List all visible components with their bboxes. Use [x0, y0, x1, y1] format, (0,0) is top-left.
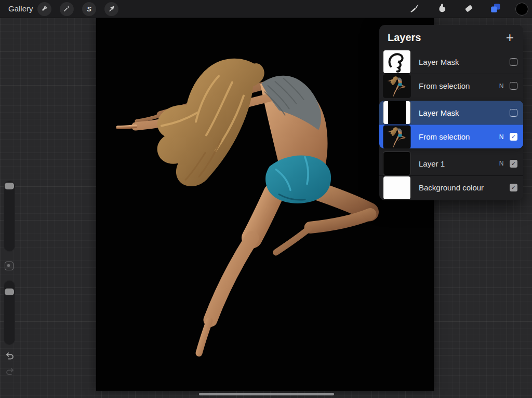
layer-row-layer-mask-top[interactable]: Layer Mask — [379, 50, 523, 74]
eraser-tool-button[interactable] — [462, 3, 475, 15]
mask-black-region — [388, 101, 406, 124]
color-swatch — [515, 3, 528, 16]
brush-size-slider-handle[interactable] — [5, 183, 14, 189]
smudge-finger-icon — [436, 3, 447, 15]
smudge-tool-button[interactable] — [435, 3, 448, 15]
color-swatch-button[interactable] — [515, 2, 529, 16]
home-indicator[interactable] — [199, 393, 334, 395]
layers-panel-title: Layers — [388, 32, 421, 44]
layer-visibility-checkbox[interactable]: ✓ — [510, 160, 517, 168]
blend-mode-badge[interactable]: N — [496, 83, 507, 90]
brush-tool-button[interactable] — [408, 3, 420, 15]
layers-panel: Layers + Layer Mask — [379, 25, 523, 200]
layer-name: From selection — [419, 132, 496, 141]
redo-arrow-icon — [4, 372, 16, 379]
layers-panel-header: Layers + — [379, 25, 523, 50]
layer-name: Layer Mask — [419, 58, 496, 66]
layer-name: Layer Mask — [419, 108, 496, 117]
check-icon: ✓ — [511, 185, 516, 190]
layer-visibility-checkbox[interactable]: ✓ — [510, 133, 517, 141]
adjustments-button[interactable] — [60, 2, 74, 16]
layer-row-layer-mask-selected[interactable]: Layer Mask — [379, 101, 523, 125]
layers-icon — [490, 3, 501, 15]
layer-name: From selection — [419, 81, 496, 90]
actions-button[interactable] — [37, 2, 51, 16]
layer-name: Background colour — [419, 183, 496, 192]
redo-button[interactable] — [4, 366, 16, 378]
layer-thumbnail-scribble-mask — [383, 50, 410, 73]
layer-thumbnail-dancer — [383, 75, 410, 98]
layer-name: Layer 1 — [419, 159, 496, 168]
undo-arrow-icon — [4, 356, 16, 364]
layer-row-layer-1[interactable]: Layer 1 N ✓ — [379, 152, 523, 175]
layer-visibility-checkbox[interactable] — [510, 82, 517, 90]
layer-thumbnail-black — [383, 152, 410, 175]
brush-icon — [409, 3, 420, 15]
blend-mode-badge[interactable]: N — [496, 160, 507, 167]
selection-s-icon: S — [87, 6, 91, 12]
selected-layer-group: Layer Mask From selection N ✓ — [379, 101, 523, 148]
procreate-window: Gallery S — [0, 0, 532, 398]
selection-button[interactable]: S — [82, 2, 96, 16]
modify-button[interactable] — [5, 262, 14, 270]
eraser-icon — [463, 3, 474, 15]
transform-arrow-icon — [108, 5, 115, 14]
check-icon: ✓ — [511, 161, 516, 167]
layer-thumbnail-mask-bars — [383, 101, 410, 124]
layer-visibility-checkbox[interactable]: ✓ — [510, 184, 517, 191]
gallery-button[interactable]: Gallery — [8, 4, 33, 13]
check-icon: ✓ — [511, 134, 516, 140]
layer-row-from-selection-selected[interactable]: From selection N ✓ — [379, 125, 523, 148]
add-layer-button[interactable]: + — [504, 32, 516, 43]
layers-button[interactable] — [489, 3, 501, 15]
top-toolbar: Gallery S — [0, 0, 532, 18]
brush-size-slider[interactable] — [4, 181, 15, 252]
workspace: Layers + Layer Mask — [0, 18, 532, 398]
layer-list: Layer Mask From selection N — [379, 50, 523, 199]
layer-row-from-selection-top[interactable]: From selection N — [379, 74, 523, 98]
layer-thumbnail-dancer — [383, 126, 410, 148]
opacity-slider-handle[interactable] — [5, 289, 14, 295]
undo-button[interactable] — [4, 351, 16, 362]
magic-wand-icon — [63, 5, 71, 14]
transform-button[interactable] — [104, 2, 118, 16]
blend-mode-badge[interactable]: N — [496, 133, 507, 141]
wrench-icon — [41, 5, 48, 14]
layer-thumbnail-white — [383, 176, 410, 199]
layer-visibility-checkbox[interactable] — [510, 109, 517, 117]
layer-visibility-checkbox[interactable] — [510, 58, 517, 66]
layer-row-background-colour[interactable]: Background colour ✓ — [379, 175, 523, 199]
